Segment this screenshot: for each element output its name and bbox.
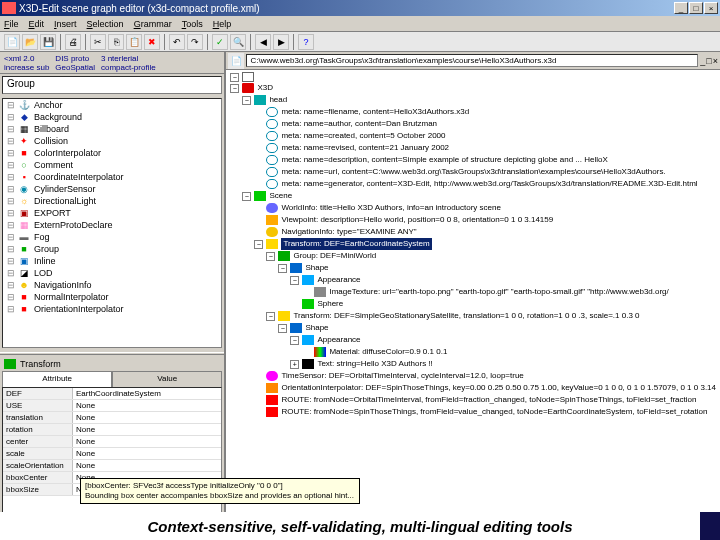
close-button[interactable]: × xyxy=(704,2,718,14)
prop-row-scale[interactable]: scaleNone xyxy=(3,448,221,460)
address-bar[interactable]: C:\www.web3d.org\TaskGroups\x3d\translat… xyxy=(246,54,698,67)
edit-type-field[interactable]: Group xyxy=(2,76,222,94)
tree-node[interactable]: OrientationInterpolator: DEF=SpinThoseTh… xyxy=(230,382,716,394)
tree-node[interactable]: +Text: string=Hello X3D Authors !! xyxy=(230,358,716,370)
palette-item-lod[interactable]: ⊟◪LOD xyxy=(3,267,221,279)
expander-icon[interactable]: − xyxy=(278,264,287,273)
tree-node[interactable]: ROUTE: fromNode=SpinThoseThings, fromFie… xyxy=(230,406,716,418)
tree-node[interactable]: Viewpoint: description=Hello world, posi… xyxy=(230,214,716,226)
tree-node[interactable]: −X3D xyxy=(230,82,716,94)
expander-icon[interactable]: + xyxy=(290,360,299,369)
menu-file[interactable]: FFileile xyxy=(4,19,19,29)
tree-node[interactable]: meta: name=author, content=Dan Brutzman xyxy=(230,118,716,130)
tree-node[interactable]: meta: name=filename, content=HelloX3dAut… xyxy=(230,106,716,118)
expander-icon[interactable]: − xyxy=(254,240,263,249)
tree-node[interactable]: −Scene xyxy=(230,190,716,202)
expander-icon[interactable]: − xyxy=(266,252,275,261)
menu-edit[interactable]: Edit xyxy=(29,19,45,29)
scene-tree[interactable]: −−X3D−headmeta: name=filename, content=H… xyxy=(226,70,720,522)
palette-item-background[interactable]: ⊟◆Background xyxy=(3,111,221,123)
profile-opt-1[interactable]: <xml 2.0 xyxy=(4,54,34,63)
palette-item-group[interactable]: ⊟■Group xyxy=(3,243,221,255)
splitter[interactable] xyxy=(0,352,224,355)
expander-icon[interactable]: − xyxy=(242,96,251,105)
palette-item-normalinterpolator[interactable]: ⊟■NormalInterpolator xyxy=(3,291,221,303)
expander-icon[interactable]: − xyxy=(290,276,299,285)
tree-node[interactable]: meta: name=url, content=C:\www.web3d.org… xyxy=(230,166,716,178)
delete-button[interactable]: ✖ xyxy=(144,34,160,50)
menu-help[interactable]: Help xyxy=(213,19,232,29)
profile-opt-4[interactable]: GeoSpatial xyxy=(55,63,95,72)
palette-item-collision[interactable]: ⊟✦Collision xyxy=(3,135,221,147)
tree-node[interactable]: meta: name=generator, content=X3D-Edit, … xyxy=(230,178,716,190)
palette-item-coordinateinterpolator[interactable]: ⊟▪CoordinateInterpolator xyxy=(3,171,221,183)
help-button[interactable]: ? xyxy=(298,34,314,50)
palette-item-export[interactable]: ⊟▣EXPORT xyxy=(3,207,221,219)
tree-node[interactable]: −Transform: DEF=SimpleGeoStationarySatel… xyxy=(230,310,716,322)
print-button[interactable]: 🖨 xyxy=(65,34,81,50)
new-button[interactable]: 📄 xyxy=(4,34,20,50)
prop-row-translation[interactable]: translationNone xyxy=(3,412,221,424)
doc-min-button[interactable]: _ xyxy=(700,56,705,66)
menu-tools[interactable]: Tools xyxy=(182,19,203,29)
profile-opt-2[interactable]: increase sub xyxy=(4,63,49,72)
doc-max-button[interactable]: □ xyxy=(706,56,711,66)
prop-row-rotation[interactable]: rotationNone xyxy=(3,424,221,436)
menu-insert[interactable]: Insert xyxy=(54,19,77,29)
profile-opt-6[interactable]: compact-profile xyxy=(101,63,156,72)
tree-node[interactable]: ImageTexture: url="earth-topo.png" "eart… xyxy=(230,286,716,298)
menu-grammar[interactable]: Grammar xyxy=(134,19,172,29)
profile-opt-5[interactable]: 3 nterlerial xyxy=(101,54,138,63)
tab-attribute[interactable]: Attribute xyxy=(2,371,112,387)
next-button[interactable]: ▶ xyxy=(273,34,289,50)
palette-item-billboard[interactable]: ⊟▦Billboard xyxy=(3,123,221,135)
prop-row-scaleOrientation[interactable]: scaleOrientationNone xyxy=(3,460,221,472)
tree-node[interactable]: − xyxy=(230,72,716,82)
expander-icon[interactable]: − xyxy=(278,324,287,333)
paste-button[interactable]: 📋 xyxy=(126,34,142,50)
palette-item-cylindersensor[interactable]: ⊟◉CylinderSensor xyxy=(3,183,221,195)
tree-node[interactable]: meta: name=revised, content=21 January 2… xyxy=(230,142,716,154)
copy-button[interactable]: ⎘ xyxy=(108,34,124,50)
expander-icon[interactable]: − xyxy=(290,336,299,345)
tree-node[interactable]: Material: diffuseColor=0.9 0.1 0.1 xyxy=(230,346,716,358)
expander-icon[interactable]: − xyxy=(266,312,275,321)
palette-item-comment[interactable]: ⊟○Comment xyxy=(3,159,221,171)
tree-node[interactable]: −Transform: DEF=EarthCoordinateSystem xyxy=(230,238,716,250)
undo-button[interactable]: ↶ xyxy=(169,34,185,50)
validate-button[interactable]: ✓ xyxy=(212,34,228,50)
tree-node[interactable]: meta: name=description, content=Simple e… xyxy=(230,154,716,166)
doc-close-button[interactable]: × xyxy=(713,56,718,66)
tree-node[interactable]: ROUTE: fromNode=OrbitalTimeInterval, fro… xyxy=(230,394,716,406)
find-button[interactable]: 🔍 xyxy=(230,34,246,50)
prop-row-USE[interactable]: USENone xyxy=(3,400,221,412)
tab-value[interactable]: Value xyxy=(112,371,222,387)
maximize-button[interactable]: □ xyxy=(689,2,703,14)
cut-button[interactable]: ✂ xyxy=(90,34,106,50)
palette-item-orientationinterpolator[interactable]: ⊟■OrientationInterpolator xyxy=(3,303,221,315)
minimize-button[interactable]: _ xyxy=(674,2,688,14)
prop-row-center[interactable]: centerNone xyxy=(3,436,221,448)
menu-selection[interactable]: Selection xyxy=(87,19,124,29)
tree-node[interactable]: TimeSensor: DEF=OrbitalTimeInterval, cyc… xyxy=(230,370,716,382)
expander-icon[interactable]: − xyxy=(230,73,239,82)
palette-item-inline[interactable]: ⊟▣Inline xyxy=(3,255,221,267)
prop-row-DEF[interactable]: DEFEarthCoordinateSystem xyxy=(3,388,221,400)
expander-icon[interactable]: − xyxy=(242,192,251,201)
expander-icon[interactable]: − xyxy=(230,84,239,93)
tree-node[interactable]: −Shape xyxy=(230,262,716,274)
redo-button[interactable]: ↷ xyxy=(187,34,203,50)
palette-item-navigationinfo[interactable]: ⊟☻NavigationInfo xyxy=(3,279,221,291)
tree-node[interactable]: Sphere xyxy=(230,298,716,310)
save-button[interactable]: 💾 xyxy=(40,34,56,50)
profile-opt-3[interactable]: DIS proto xyxy=(55,54,89,63)
tree-node[interactable]: −Shape xyxy=(230,322,716,334)
tree-node[interactable]: −Group: DEF=MiniWorld xyxy=(230,250,716,262)
open-button[interactable]: 📂 xyxy=(22,34,38,50)
tree-node[interactable]: −Appearance xyxy=(230,334,716,346)
palette-item-anchor[interactable]: ⊟⚓Anchor xyxy=(3,99,221,111)
palette-item-directionallight[interactable]: ⊟☼DirectionalLight xyxy=(3,195,221,207)
palette-item-fog[interactable]: ⊟▬Fog xyxy=(3,231,221,243)
prev-button[interactable]: ◀ xyxy=(255,34,271,50)
tree-node[interactable]: NavigationInfo: type="EXAMINE ANY" xyxy=(230,226,716,238)
